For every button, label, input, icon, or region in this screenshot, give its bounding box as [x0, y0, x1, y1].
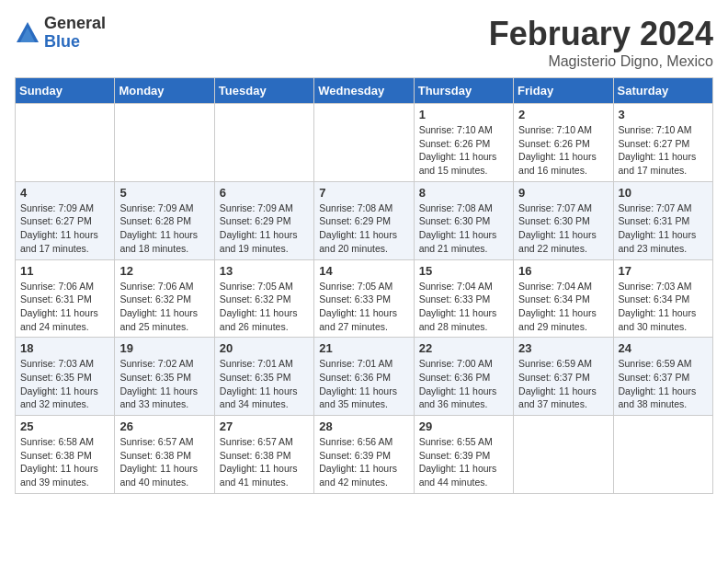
day-number: 4 [20, 186, 109, 200]
day-number: 28 [319, 419, 408, 433]
day-info: Sunrise: 7:01 AMSunset: 6:35 PMDaylight:… [220, 357, 309, 411]
day-cell: 20Sunrise: 7:01 AMSunset: 6:35 PMDayligh… [214, 338, 313, 416]
week-row-3: 11Sunrise: 7:06 AMSunset: 6:31 PMDayligh… [16, 259, 713, 338]
day-number: 6 [220, 186, 309, 200]
subtitle: Magisterio Digno, Mexico [489, 53, 713, 70]
day-cell: 13Sunrise: 7:05 AMSunset: 6:32 PMDayligh… [214, 259, 313, 338]
day-cell: 17Sunrise: 7:03 AMSunset: 6:34 PMDayligh… [613, 259, 712, 338]
day-number: 26 [119, 419, 209, 433]
day-number: 21 [319, 341, 408, 355]
day-number: 25 [20, 419, 109, 433]
day-info: Sunrise: 7:10 AMSunset: 6:26 PMDaylight:… [419, 123, 508, 178]
day-cell: 2Sunrise: 7:10 AMSunset: 6:26 PMDaylight… [514, 104, 613, 182]
day-number: 24 [619, 341, 708, 355]
day-info: Sunrise: 7:04 AMSunset: 6:33 PMDaylight:… [419, 280, 508, 334]
day-header-tuesday: Tuesday [214, 78, 313, 104]
day-info: Sunrise: 7:00 AMSunset: 6:36 PMDaylight:… [419, 357, 508, 411]
day-cell: 5Sunrise: 7:09 AMSunset: 6:28 PMDaylight… [115, 181, 214, 259]
day-number: 19 [119, 341, 209, 355]
day-number: 7 [319, 186, 408, 200]
day-cell [314, 104, 414, 182]
day-info: Sunrise: 7:05 AMSunset: 6:32 PMDaylight:… [220, 280, 309, 334]
day-info: Sunrise: 7:01 AMSunset: 6:36 PMDaylight:… [319, 357, 408, 411]
day-info: Sunrise: 6:57 AMSunset: 6:38 PMDaylight:… [119, 435, 209, 489]
day-cell: 4Sunrise: 7:09 AMSunset: 6:27 PMDaylight… [16, 181, 115, 259]
day-cell: 1Sunrise: 7:10 AMSunset: 6:26 PMDaylight… [414, 104, 513, 182]
day-cell [16, 104, 115, 182]
logo-blue: Blue [44, 33, 106, 52]
day-number: 16 [518, 264, 608, 278]
day-info: Sunrise: 6:57 AMSunset: 6:38 PMDaylight:… [220, 435, 309, 489]
header-row: SundayMondayTuesdayWednesdayThursdayFrid… [16, 78, 713, 104]
day-number: 1 [419, 108, 508, 121]
day-cell: 8Sunrise: 7:08 AMSunset: 6:30 PMDaylight… [414, 181, 513, 259]
day-cell: 25Sunrise: 6:58 AMSunset: 6:38 PMDayligh… [16, 416, 115, 494]
day-number: 17 [619, 264, 708, 278]
day-header-friday: Friday [514, 78, 613, 104]
day-info: Sunrise: 7:09 AMSunset: 6:27 PMDaylight:… [20, 201, 109, 256]
day-number: 9 [518, 186, 608, 200]
day-info: Sunrise: 7:07 AMSunset: 6:31 PMDaylight:… [619, 201, 708, 256]
day-number: 12 [119, 264, 209, 278]
day-header-wednesday: Wednesday [314, 78, 414, 104]
day-info: Sunrise: 7:08 AMSunset: 6:30 PMDaylight:… [419, 201, 508, 256]
day-cell: 23Sunrise: 6:59 AMSunset: 6:37 PMDayligh… [514, 338, 613, 416]
day-info: Sunrise: 7:03 AMSunset: 6:34 PMDaylight:… [619, 280, 708, 334]
day-cell: 28Sunrise: 6:56 AMSunset: 6:39 PMDayligh… [314, 416, 414, 494]
day-info: Sunrise: 6:59 AMSunset: 6:37 PMDaylight:… [518, 357, 608, 411]
day-info: Sunrise: 6:59 AMSunset: 6:37 PMDaylight:… [619, 357, 708, 411]
day-number: 20 [220, 341, 309, 355]
day-cell: 29Sunrise: 6:55 AMSunset: 6:39 PMDayligh… [414, 416, 513, 494]
day-cell: 19Sunrise: 7:02 AMSunset: 6:35 PMDayligh… [115, 338, 214, 416]
day-number: 18 [20, 341, 109, 355]
day-number: 14 [319, 264, 408, 278]
day-info: Sunrise: 7:10 AMSunset: 6:27 PMDaylight:… [619, 123, 708, 178]
day-info: Sunrise: 7:09 AMSunset: 6:29 PMDaylight:… [220, 201, 309, 256]
day-number: 13 [220, 264, 309, 278]
day-cell: 7Sunrise: 7:08 AMSunset: 6:29 PMDaylight… [314, 181, 414, 259]
day-cell [214, 104, 313, 182]
day-info: Sunrise: 6:55 AMSunset: 6:39 PMDaylight:… [419, 435, 508, 489]
day-cell: 9Sunrise: 7:07 AMSunset: 6:30 PMDaylight… [514, 181, 613, 259]
day-info: Sunrise: 7:05 AMSunset: 6:33 PMDaylight:… [319, 280, 408, 334]
day-number: 23 [518, 341, 608, 355]
day-number: 22 [419, 341, 508, 355]
day-number: 11 [20, 264, 109, 278]
day-info: Sunrise: 6:58 AMSunset: 6:38 PMDaylight:… [20, 435, 109, 489]
title-area: February 2024 Magisterio Digno, Mexico [489, 15, 713, 70]
day-info: Sunrise: 7:08 AMSunset: 6:29 PMDaylight:… [319, 201, 408, 256]
week-row-4: 18Sunrise: 7:03 AMSunset: 6:35 PMDayligh… [16, 338, 713, 416]
day-cell [613, 416, 712, 494]
day-header-thursday: Thursday [414, 78, 513, 104]
day-info: Sunrise: 6:56 AMSunset: 6:39 PMDaylight:… [319, 435, 408, 489]
day-info: Sunrise: 7:04 AMSunset: 6:34 PMDaylight:… [518, 280, 608, 334]
day-number: 5 [119, 186, 209, 200]
day-cell [115, 104, 214, 182]
week-row-5: 25Sunrise: 6:58 AMSunset: 6:38 PMDayligh… [16, 416, 713, 494]
day-header-sunday: Sunday [16, 78, 115, 104]
day-cell: 6Sunrise: 7:09 AMSunset: 6:29 PMDaylight… [214, 181, 313, 259]
day-info: Sunrise: 7:10 AMSunset: 6:26 PMDaylight:… [518, 123, 608, 178]
day-header-monday: Monday [115, 78, 214, 104]
day-cell [514, 416, 613, 494]
day-number: 8 [419, 186, 508, 200]
day-cell: 22Sunrise: 7:00 AMSunset: 6:36 PMDayligh… [414, 338, 513, 416]
day-number: 29 [419, 419, 508, 433]
logo: General Blue [15, 15, 106, 52]
logo-text: General Blue [44, 15, 106, 52]
header: General Blue February 2024 Magisterio Di… [15, 15, 713, 70]
day-cell: 24Sunrise: 6:59 AMSunset: 6:37 PMDayligh… [613, 338, 712, 416]
day-cell: 14Sunrise: 7:05 AMSunset: 6:33 PMDayligh… [314, 259, 414, 338]
day-number: 15 [419, 264, 508, 278]
day-cell: 3Sunrise: 7:10 AMSunset: 6:27 PMDaylight… [613, 104, 712, 182]
day-cell: 18Sunrise: 7:03 AMSunset: 6:35 PMDayligh… [16, 338, 115, 416]
day-cell: 26Sunrise: 6:57 AMSunset: 6:38 PMDayligh… [115, 416, 214, 494]
week-row-1: 1Sunrise: 7:10 AMSunset: 6:26 PMDaylight… [16, 104, 713, 182]
day-number: 27 [220, 419, 309, 433]
day-cell: 27Sunrise: 6:57 AMSunset: 6:38 PMDayligh… [214, 416, 313, 494]
day-info: Sunrise: 7:03 AMSunset: 6:35 PMDaylight:… [20, 357, 109, 411]
day-number: 3 [619, 108, 708, 121]
day-cell: 15Sunrise: 7:04 AMSunset: 6:33 PMDayligh… [414, 259, 513, 338]
day-info: Sunrise: 7:02 AMSunset: 6:35 PMDaylight:… [119, 357, 209, 411]
logo-general: General [44, 15, 106, 33]
